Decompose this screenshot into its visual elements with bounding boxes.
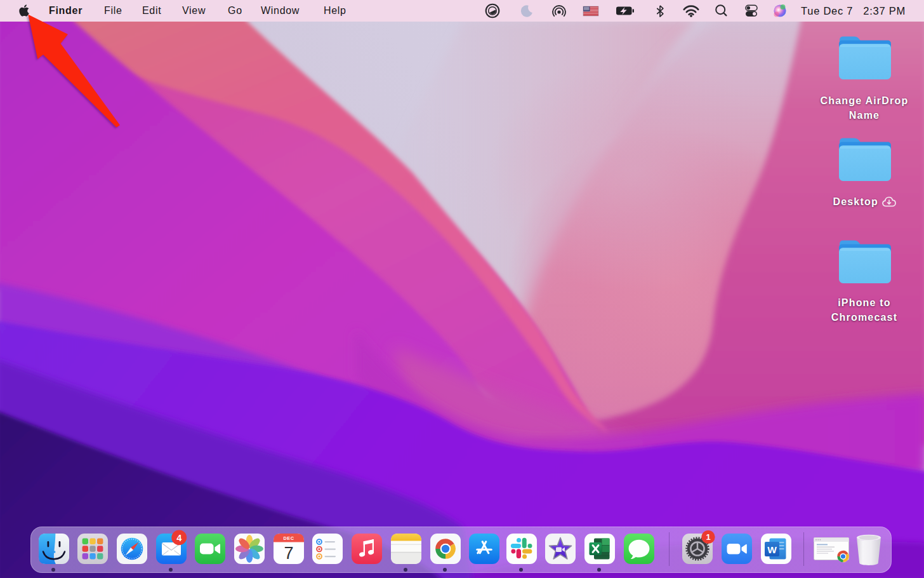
svg-text:DEC: DEC (283, 535, 294, 541)
svg-text:4: 4 (176, 533, 182, 543)
svg-text:7: 7 (284, 544, 293, 563)
svg-text:W: W (767, 544, 777, 555)
svg-text:1: 1 (706, 532, 710, 542)
